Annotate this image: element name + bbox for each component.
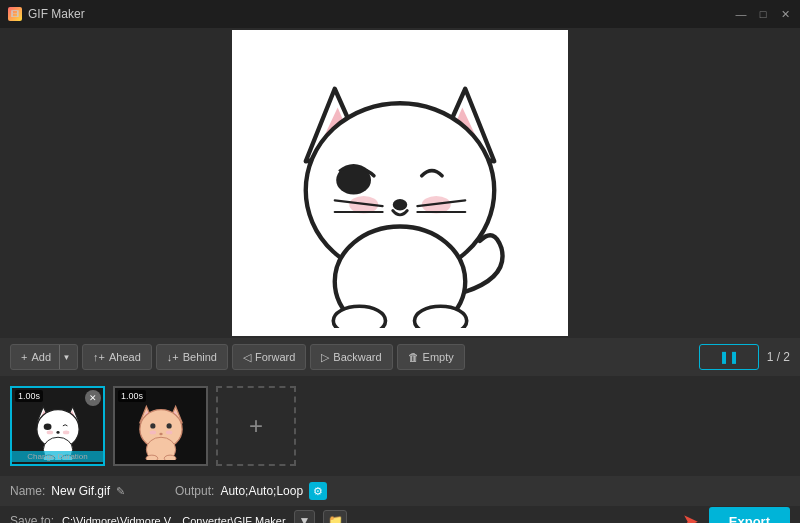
- name-field: Name: New Gif.gif ✎: [10, 484, 125, 498]
- output-field: Output: Auto;Auto;Loop ⚙: [175, 482, 327, 500]
- minimize-button[interactable]: —: [734, 7, 748, 21]
- pause-button[interactable]: ❚❚: [699, 344, 759, 370]
- svg-point-8: [393, 199, 408, 211]
- preview-image: [232, 30, 568, 336]
- svg-point-37: [159, 433, 162, 436]
- save-path: C:\Vidmore\Vidmore V... Converter\GIF Ma…: [62, 515, 286, 523]
- svg-point-40: [164, 455, 176, 460]
- svg-point-23: [62, 430, 69, 434]
- svg-point-33: [150, 423, 155, 428]
- svg-point-24: [56, 431, 59, 434]
- app-title: GIF Maker: [28, 7, 85, 21]
- save-label: Save to:: [10, 514, 54, 523]
- frame-2-cat: [126, 395, 196, 460]
- restore-button[interactable]: □: [756, 7, 770, 21]
- svg-point-36: [165, 430, 172, 434]
- close-button[interactable]: ✕: [778, 7, 792, 21]
- frame-1-thumbnail[interactable]: 1.00s ✕ Change Duration: [10, 386, 105, 466]
- export-button[interactable]: Export: [709, 507, 790, 523]
- arrow-icon: ➤: [682, 509, 699, 523]
- add-dropdown-arrow[interactable]: ▼: [59, 345, 73, 369]
- app-icon: 🎞: [8, 7, 22, 21]
- add-button[interactable]: + Add ▼: [10, 344, 78, 370]
- svg-point-21: [43, 424, 51, 431]
- svg-point-14: [333, 306, 385, 328]
- svg-point-15: [415, 306, 467, 328]
- frame-1: 1.00s ✕ Change Duration: [10, 386, 105, 466]
- toolbar: + Add ▼ ↑+ Ahead ↓+ Behind ◁ Forward ▷ B…: [0, 338, 800, 376]
- dropdown-arrow-icon: ▼: [299, 514, 311, 523]
- frame-1-duration: 1.00s: [15, 390, 43, 402]
- cat-illustration: [255, 38, 545, 328]
- page-indicator: 1 / 2: [767, 350, 790, 364]
- forward-button[interactable]: ◁ Forward: [232, 344, 306, 370]
- settings-icon[interactable]: ⚙: [309, 482, 327, 500]
- behind-button[interactable]: ↓+ Behind: [156, 344, 228, 370]
- bottom-bar: Name: New Gif.gif ✎ Output: Auto;Auto;Lo…: [0, 476, 800, 506]
- ahead-button[interactable]: ↑+ Ahead: [82, 344, 152, 370]
- output-value: Auto;Auto;Loop: [220, 484, 303, 498]
- svg-point-22: [46, 430, 53, 434]
- timeline: 1.00s ✕ Change Duration: [0, 376, 800, 476]
- frame-1-caption[interactable]: Change Duration: [12, 451, 103, 462]
- name-label: Name:: [10, 484, 45, 498]
- svg-point-34: [166, 423, 171, 428]
- svg-point-39: [146, 455, 158, 460]
- backward-button[interactable]: ▷ Backward: [310, 344, 392, 370]
- frame-2: 1.00s: [113, 386, 208, 466]
- title-bar: 🎞 GIF Maker — □ ✕: [0, 0, 800, 28]
- add-frame-placeholder[interactable]: +: [216, 386, 296, 466]
- save-dropdown[interactable]: ▼: [294, 510, 316, 523]
- frame-1-close[interactable]: ✕: [85, 390, 101, 406]
- frame-2-duration: 1.00s: [118, 390, 146, 402]
- output-label: Output:: [175, 484, 214, 498]
- name-value: New Gif.gif: [51, 484, 110, 498]
- frame-2-thumbnail[interactable]: 1.00s: [113, 386, 208, 466]
- edit-name-icon[interactable]: ✎: [116, 485, 125, 498]
- preview-area: [0, 28, 800, 338]
- save-bar: Save to: C:\Vidmore\Vidmore V... Convert…: [0, 506, 800, 523]
- svg-point-35: [149, 430, 156, 434]
- folder-button[interactable]: 📁: [323, 510, 347, 523]
- empty-button[interactable]: 🗑 Empty: [397, 344, 465, 370]
